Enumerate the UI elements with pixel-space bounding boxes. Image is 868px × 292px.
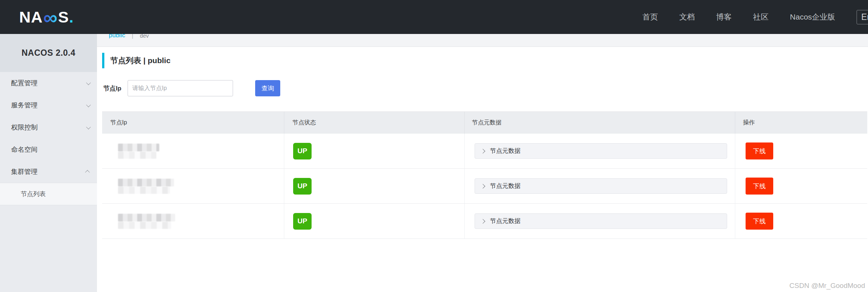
chevron-down-icon [86,124,91,129]
metadata-expand-panel[interactable]: 节点元数据 [475,213,727,229]
infinity-icon: ∞ [43,6,58,28]
top-navbar: NA∞S. 首页 文档 博客 社区 Nacos企业版 En [0,0,868,34]
logo-text-s: S [58,8,69,26]
namespace-separator: | [132,34,133,39]
offline-button[interactable]: 下线 [746,213,773,230]
column-header-node-ip: 节点Ip [102,112,284,134]
status-badge: UP [293,178,312,195]
search-row: 节点Ip 查询 [103,80,280,96]
nav-link-docs[interactable]: 文档 [679,12,695,22]
chevron-up-icon [85,170,90,175]
nav-link-enterprise[interactable]: Nacos企业版 [790,12,835,22]
node-ip-redacted [118,179,174,194]
title-accent-bar [102,53,104,68]
column-header-node-metadata: 节点元数据 [465,112,735,134]
sidebar-item-label: 命名空间 [11,145,38,154]
nav-link-home[interactable]: 首页 [642,12,658,22]
actions-cell: 下线 [735,134,867,168]
page-title-block: 节点列表 | public [102,53,170,68]
table-header-row: 节点Ip 节点状态 节点元数据 操作 [102,111,867,134]
namespace-tab-public[interactable]: public [109,34,125,39]
node-metadata-cell: 节点元数据 [465,134,735,168]
sidebar-item-service-management[interactable]: 服务管理 [0,94,97,116]
sidebar-item-label: 权限控制 [11,123,38,132]
csdn-watermark: CSDN @Mr_GoodMood [789,282,865,290]
app-root: NA∞S. 首页 文档 博客 社区 Nacos企业版 En NACOS 2.0.… [0,0,868,292]
table-row: UP 节点元数据 下线 [102,204,867,239]
node-metadata-cell: 节点元数据 [465,169,735,203]
sidebar-item-label: 服务管理 [11,101,38,110]
node-ip-cell [102,134,284,168]
language-toggle-button[interactable]: En [857,10,868,24]
node-table: 节点Ip 节点状态 节点元数据 操作 UP 节点元数据 [102,111,867,239]
nav-link-blog[interactable]: 博客 [716,12,732,22]
page-title: 节点列表 | public [110,55,170,66]
node-ip-cell [102,204,284,238]
column-header-node-status: 节点状态 [284,112,465,134]
namespace-tab-dev[interactable]: dev [140,34,149,39]
chevron-right-icon [480,184,485,189]
actions-cell: 下线 [735,204,867,238]
metadata-label: 节点元数据 [490,217,521,225]
node-ip-label: 节点Ip [103,84,121,93]
chevron-down-icon [86,102,91,107]
table-row: UP 节点元数据 下线 [102,134,867,169]
sidebar-subitem-label: 节点列表 [21,190,46,198]
node-ip-cell [102,169,284,203]
chevron-down-icon [86,80,91,85]
main-content: 节点列表 | public 节点Ip 查询 节点Ip 节点状态 节点元数据 操作… [97,47,868,292]
sidebar: NACOS 2.0.4 配置管理 服务管理 权限控制 命名空间 集群管理 [0,34,97,292]
actions-cell: 下线 [735,169,867,203]
metadata-label: 节点元数据 [490,182,521,190]
query-button[interactable]: 查询 [255,80,280,96]
node-ip-input[interactable] [128,80,233,96]
column-header-actions: 操作 [735,119,867,127]
table-row: UP 节点元数据 下线 [102,169,867,204]
node-status-cell: UP [284,169,465,203]
node-ip-redacted [118,144,159,159]
chevron-right-icon [480,149,485,154]
sidebar-item-label: 配置管理 [11,79,38,87]
status-badge: UP [293,143,312,159]
logo-text: NA [19,8,43,26]
chevron-right-icon [480,219,485,224]
metadata-expand-panel[interactable]: 节点元数据 [475,143,727,159]
sidebar-item-permission-control[interactable]: 权限控制 [0,116,97,138]
metadata-label: 节点元数据 [490,147,521,155]
sidebar-item-config-management[interactable]: 配置管理 [0,72,97,94]
namespace-bar: public | dev [97,34,868,47]
sidebar-version-title: NACOS 2.0.4 [0,34,97,72]
node-metadata-cell: 节点元数据 [465,204,735,238]
sidebar-item-cluster-management[interactable]: 集群管理 [0,161,97,183]
metadata-expand-panel[interactable]: 节点元数据 [475,178,727,194]
sidebar-item-namespace[interactable]: 命名空间 [0,138,97,161]
offline-button[interactable]: 下线 [746,142,773,159]
sidebar-item-label: 集群管理 [11,167,38,176]
nacos-logo[interactable]: NA∞S. [19,8,74,26]
sidebar-subitem-node-list[interactable]: 节点列表 [0,183,97,205]
logo-dot: . [69,8,74,26]
sidebar-menu: 配置管理 服务管理 权限控制 命名空间 集群管理 节点列表 [0,72,97,205]
navbar-links: 首页 文档 博客 社区 Nacos企业版 En [642,0,868,34]
offline-button[interactable]: 下线 [746,178,773,195]
nav-link-community[interactable]: 社区 [753,12,768,22]
node-ip-redacted [118,214,175,229]
node-status-cell: UP [284,134,465,168]
node-status-cell: UP [284,204,465,238]
namespace-tabs: public | dev [97,34,868,39]
status-badge: UP [293,213,312,230]
